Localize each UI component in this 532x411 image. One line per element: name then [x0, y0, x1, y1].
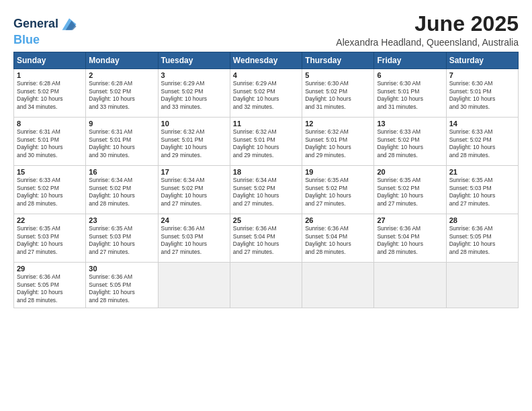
- day-cell: 16 Sunrise: 6:34 AMSunset: 5:02 PMDaylig…: [86, 166, 158, 214]
- empty-cell: [374, 263, 446, 308]
- day-cell: 18 Sunrise: 6:34 AMSunset: 5:02 PMDaylig…: [230, 166, 302, 214]
- day-cell: 19 Sunrise: 6:35 AMSunset: 5:02 PMDaylig…: [302, 166, 374, 214]
- day-cell: 5 Sunrise: 6:30 AMSunset: 5:02 PMDayligh…: [302, 69, 374, 118]
- day-cell: 10 Sunrise: 6:32 AMSunset: 5:01 PMDaylig…: [158, 118, 230, 166]
- logo-text-blue: Blue: [13, 33, 40, 46]
- day-cell: 13 Sunrise: 6:33 AMSunset: 5:02 PMDaylig…: [374, 118, 446, 166]
- day-cell: 24 Sunrise: 6:36 AMSunset: 5:03 PMDaylig…: [158, 214, 230, 263]
- day-cell: 4 Sunrise: 6:29 AMSunset: 5:02 PMDayligh…: [230, 69, 302, 118]
- table-row: 22 Sunrise: 6:35 AMSunset: 5:03 PMDaylig…: [14, 214, 519, 263]
- calendar: Sunday Monday Tuesday Wednesday Thursday…: [13, 52, 519, 308]
- table-row: 1 Sunrise: 6:28 AMSunset: 5:02 PMDayligh…: [14, 69, 519, 118]
- header: General Blue June 2025 Alexandra Headlan…: [13, 12, 519, 48]
- day-cell: 12 Sunrise: 6:32 AMSunset: 5:01 PMDaylig…: [302, 118, 374, 166]
- day-cell: 20 Sunrise: 6:35 AMSunset: 5:02 PMDaylig…: [374, 166, 446, 214]
- day-cell: 6 Sunrise: 6:30 AMSunset: 5:01 PMDayligh…: [374, 69, 446, 118]
- day-cell: 7 Sunrise: 6:30 AMSunset: 5:01 PMDayligh…: [446, 69, 518, 118]
- day-cell: 25 Sunrise: 6:36 AMSunset: 5:04 PMDaylig…: [230, 214, 302, 263]
- day-cell: 29 Sunrise: 6:36 AMSunset: 5:05 PMDaylig…: [14, 263, 86, 308]
- table-row: 15 Sunrise: 6:33 AMSunset: 5:02 PMDaylig…: [14, 166, 519, 214]
- day-cell: 17 Sunrise: 6:34 AMSunset: 5:02 PMDaylig…: [158, 166, 230, 214]
- empty-cell: [158, 263, 230, 308]
- day-cell: 1 Sunrise: 6:28 AMSunset: 5:02 PMDayligh…: [14, 69, 86, 118]
- empty-cell: [302, 263, 374, 308]
- empty-cell: [230, 263, 302, 308]
- day-cell: 27 Sunrise: 6:36 AMSunset: 5:04 PMDaylig…: [374, 214, 446, 263]
- col-tuesday: Tuesday: [158, 52, 230, 69]
- day-cell: 11 Sunrise: 6:32 AMSunset: 5:01 PMDaylig…: [230, 118, 302, 166]
- day-cell: 14 Sunrise: 6:33 AMSunset: 5:02 PMDaylig…: [446, 118, 518, 166]
- col-wednesday: Wednesday: [230, 52, 302, 69]
- logo-text: General: [13, 17, 58, 31]
- empty-cell: [446, 263, 518, 308]
- day-cell: 23 Sunrise: 6:35 AMSunset: 5:03 PMDaylig…: [86, 214, 158, 263]
- col-thursday: Thursday: [302, 52, 374, 69]
- page: General Blue June 2025 Alexandra Headlan…: [0, 0, 532, 411]
- table-row: 8 Sunrise: 6:31 AMSunset: 5:01 PMDayligh…: [14, 118, 519, 166]
- month-year: June 2025: [336, 12, 519, 36]
- day-cell: 9 Sunrise: 6:31 AMSunset: 5:01 PMDayligh…: [86, 118, 158, 166]
- logo: General Blue: [13, 15, 79, 47]
- col-friday: Friday: [374, 52, 446, 69]
- day-cell: 30 Sunrise: 6:36 AMSunset: 5:05 PMDaylig…: [86, 263, 158, 308]
- day-cell: 22 Sunrise: 6:35 AMSunset: 5:03 PMDaylig…: [14, 214, 86, 263]
- day-cell: 21 Sunrise: 6:35 AMSunset: 5:03 PMDaylig…: [446, 166, 518, 214]
- title-block: June 2025 Alexandra Headland, Queensland…: [336, 12, 519, 48]
- day-cell: 3 Sunrise: 6:29 AMSunset: 5:02 PMDayligh…: [158, 69, 230, 118]
- col-sunday: Sunday: [14, 52, 86, 69]
- day-cell: 26 Sunrise: 6:36 AMSunset: 5:04 PMDaylig…: [302, 214, 374, 263]
- col-saturday: Saturday: [446, 52, 518, 69]
- day-cell: 8 Sunrise: 6:31 AMSunset: 5:01 PMDayligh…: [14, 118, 86, 166]
- table-row: 29 Sunrise: 6:36 AMSunset: 5:05 PMDaylig…: [14, 263, 519, 308]
- calendar-header-row: Sunday Monday Tuesday Wednesday Thursday…: [14, 52, 519, 69]
- logo-icon: [60, 15, 79, 34]
- day-cell: 2 Sunrise: 6:28 AMSunset: 5:02 PMDayligh…: [86, 69, 158, 118]
- day-cell: 15 Sunrise: 6:33 AMSunset: 5:02 PMDaylig…: [14, 166, 86, 214]
- col-monday: Monday: [86, 52, 158, 69]
- location: Alexandra Headland, Queensland, Australi…: [336, 37, 519, 48]
- day-cell: 28 Sunrise: 6:36 AMSunset: 5:05 PMDaylig…: [446, 214, 518, 263]
